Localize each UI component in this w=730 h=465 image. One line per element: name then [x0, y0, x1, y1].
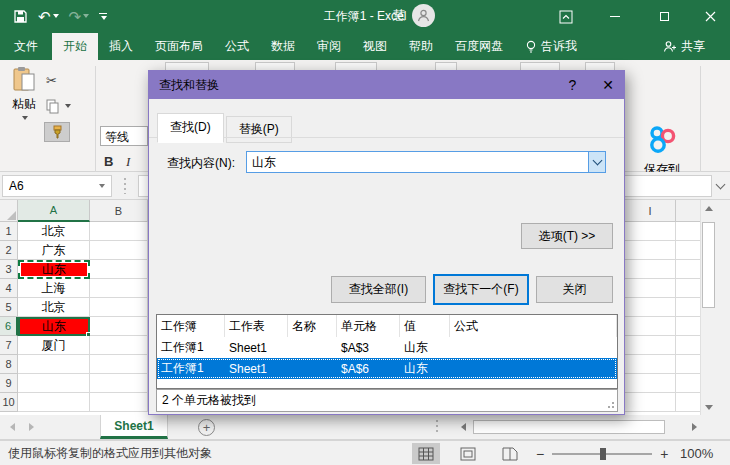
row-header-4[interactable]: 4: [0, 279, 18, 298]
tab-find[interactable]: 查找(D): [157, 113, 224, 143]
cell-a9[interactable]: [18, 374, 90, 393]
vertical-scrollbar-thumb[interactable]: [702, 222, 715, 308]
cell-b7[interactable]: [90, 336, 148, 355]
cell-b9[interactable]: [90, 374, 148, 393]
save-icon[interactable]: [10, 7, 31, 26]
result-row[interactable]: 工作簿1 Sheet1 $A$3 山东: [157, 337, 617, 358]
row-header-3[interactable]: 3: [0, 260, 18, 279]
undo-button[interactable]: ↶: [35, 7, 62, 26]
page-layout-view-button[interactable]: [454, 443, 482, 464]
vertical-scrollbar[interactable]: [700, 200, 716, 415]
copy-caret-icon[interactable]: [65, 104, 71, 108]
column-header-b[interactable]: B: [90, 200, 148, 222]
tab-tell-me[interactable]: 告诉我: [514, 33, 588, 60]
cell-a8[interactable]: [18, 355, 90, 374]
format-painter-button[interactable]: [44, 122, 70, 142]
cell-a3-copied[interactable]: 山东: [18, 260, 90, 279]
dialog-help-button[interactable]: ?: [568, 77, 576, 93]
paste-caret-icon[interactable]: [22, 116, 28, 120]
redo-button[interactable]: ↷: [66, 7, 93, 26]
cell-b1[interactable]: [90, 222, 148, 241]
row-header-6[interactable]: 6: [0, 317, 18, 336]
tab-help[interactable]: 帮助: [398, 33, 444, 60]
scroll-left-button[interactable]: [455, 419, 471, 435]
share-button[interactable]: 共享: [652, 33, 716, 60]
bold-button[interactable]: B: [104, 154, 113, 169]
cell-a10[interactable]: [18, 393, 90, 412]
customize-qat-button[interactable]: [96, 11, 110, 22]
italic-button[interactable]: I: [126, 154, 130, 170]
tab-insert[interactable]: 插入: [98, 33, 144, 60]
tab-view[interactable]: 视图: [352, 33, 398, 60]
tab-data[interactable]: 数据: [260, 33, 306, 60]
sheet-tab-sheet1[interactable]: Sheet1: [100, 415, 168, 439]
find-what-dropdown-button[interactable]: [588, 152, 605, 172]
account-area[interactable]: 慧: [393, 4, 435, 27]
result-row-selected[interactable]: 工作簿1 Sheet1 $A$6 山东: [157, 358, 617, 379]
results-header-value[interactable]: 值: [400, 315, 450, 337]
row-header-8[interactable]: 8: [0, 355, 18, 374]
row-header-2[interactable]: 2: [0, 241, 18, 260]
options-button[interactable]: 选项(T) >>: [521, 223, 613, 249]
select-all-corner[interactable]: [0, 200, 18, 222]
ribbon-display-options-button[interactable]: [549, 0, 583, 33]
cell-a1[interactable]: 北京: [18, 222, 90, 241]
column-header-a[interactable]: A: [18, 200, 90, 222]
sheet-nav-right-icon[interactable]: [29, 423, 34, 431]
font-name-box[interactable]: 等线: [100, 126, 148, 146]
results-header-cell[interactable]: 单元格: [337, 315, 400, 337]
tab-file[interactable]: 文件: [0, 33, 52, 60]
name-box-caret-icon[interactable]: [99, 184, 105, 188]
cell-b2[interactable]: [90, 241, 148, 260]
cell-a2[interactable]: 广东: [18, 241, 90, 260]
formula-bar-expand-button[interactable]: [714, 178, 726, 194]
cell-a7[interactable]: 厦门: [18, 336, 90, 355]
redo-caret-icon[interactable]: [83, 14, 89, 18]
row-header-7[interactable]: 7: [0, 336, 18, 355]
cut-button[interactable]: ✂: [44, 70, 92, 90]
sheet-cells-right[interactable]: [625, 222, 700, 412]
horizontal-scrollbar-thumb[interactable]: [473, 420, 665, 434]
undo-caret-icon[interactable]: [53, 14, 59, 18]
scroll-right-button[interactable]: [686, 419, 702, 435]
find-what-input[interactable]: [247, 152, 588, 172]
page-break-view-button[interactable]: [496, 443, 524, 464]
sheet-nav-left-icon[interactable]: [10, 423, 15, 431]
cell-b8[interactable]: [90, 355, 148, 374]
close-dialog-button[interactable]: 关闭: [536, 276, 613, 303]
close-button[interactable]: [693, 0, 727, 33]
row-header-9[interactable]: 9: [0, 374, 18, 393]
maximize-button[interactable]: [647, 0, 681, 33]
find-next-button[interactable]: 查找下一个(F): [433, 274, 529, 305]
dialog-title-bar[interactable]: 查找和替换 ? ✕: [149, 71, 624, 99]
cell-b4[interactable]: [90, 279, 148, 298]
zoom-level[interactable]: 100%: [680, 446, 713, 461]
zoom-slider[interactable]: [552, 453, 652, 455]
cell-b10[interactable]: [90, 393, 148, 412]
dialog-close-button[interactable]: ✕: [602, 77, 614, 93]
row-header-1[interactable]: 1: [0, 222, 18, 241]
column-header-partial[interactable]: [676, 200, 700, 222]
column-header-i[interactable]: I: [625, 200, 676, 222]
tab-formulas[interactable]: 公式: [214, 33, 260, 60]
cell-a6-active[interactable]: 山东: [18, 317, 90, 336]
find-all-button[interactable]: 查找全部(I): [331, 276, 426, 303]
results-header-worksheet[interactable]: 工作表: [225, 315, 288, 337]
results-header-name[interactable]: 名称: [288, 315, 337, 337]
cell-a4[interactable]: 上海: [18, 279, 90, 298]
cell-a5[interactable]: 北京: [18, 298, 90, 317]
tab-baidu-netdisk[interactable]: 百度网盘: [444, 33, 514, 60]
cell-b3[interactable]: [90, 260, 148, 279]
normal-view-button[interactable]: [412, 443, 440, 464]
cell-b5[interactable]: [90, 298, 148, 317]
minimize-button[interactable]: [598, 0, 632, 33]
zoom-out-button[interactable]: −: [536, 446, 544, 462]
row-header-10[interactable]: 10: [0, 393, 18, 412]
row-header-5[interactable]: 5: [0, 298, 18, 317]
tab-replace[interactable]: 替换(P): [226, 116, 292, 143]
zoom-slider-thumb[interactable]: [600, 448, 606, 460]
tab-scrollbar-splitter[interactable]: [436, 420, 438, 434]
tab-home[interactable]: 开始: [52, 33, 98, 60]
zoom-in-button[interactable]: +: [660, 446, 668, 462]
cell-b6[interactable]: [90, 317, 148, 336]
